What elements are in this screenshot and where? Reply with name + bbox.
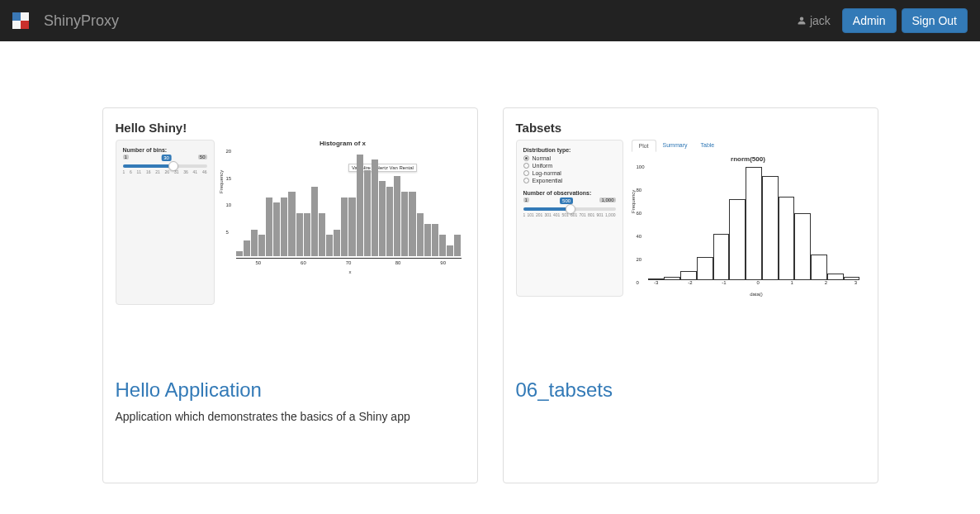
main-container: Hello Shiny! Number of bins: 1 30 50 161… <box>90 41 891 508</box>
slider-tick: 1 <box>123 169 125 174</box>
slider-tick: 201 <box>536 212 542 217</box>
slider-tick: 1,000 <box>605 212 616 217</box>
histogram-bar <box>697 257 713 280</box>
histogram-bar <box>394 176 400 257</box>
y-tick: 20 <box>637 257 642 262</box>
histogram-plot: PlotSummaryTable rnorm(500) Frequency 02… <box>632 140 865 297</box>
card-body: Hello Application Application which demo… <box>116 369 465 423</box>
histogram-bar <box>454 235 461 256</box>
slider-min: 1 <box>523 198 529 202</box>
brand-logo-icon <box>12 12 29 29</box>
user-icon <box>797 16 807 26</box>
slider-value-badge: 500 <box>560 198 573 204</box>
histogram-bar <box>746 167 762 280</box>
histogram-bar <box>281 198 287 257</box>
tab-table[interactable]: Table <box>694 140 722 152</box>
histogram-bar <box>372 159 378 256</box>
card-description: Application which demonstrates the basic… <box>116 410 465 423</box>
histogram-bar <box>288 192 295 256</box>
radio-exponential[interactable]: Exponential <box>523 178 616 183</box>
app-card-tabsets[interactable]: Tabsets Distribution type: NormalUniform… <box>503 107 878 483</box>
signout-button[interactable]: Sign Out <box>902 8 968 33</box>
y-tick: 10 <box>226 202 232 207</box>
histogram-bar <box>794 213 811 280</box>
card-title-link[interactable]: 06_tabsets <box>516 378 865 402</box>
radio-uniform[interactable]: Uniform <box>523 163 616 169</box>
histogram-bar <box>447 245 453 256</box>
card-body: 06_tabsets <box>516 369 865 410</box>
slider-tick: 301 <box>544 212 551 217</box>
histogram-bar <box>348 198 355 257</box>
x-tick: 50 <box>255 260 261 265</box>
slider-tick: 41 <box>193 169 198 174</box>
histogram-bar <box>713 234 730 280</box>
histogram-bar <box>762 176 779 280</box>
radio-label: Exponential <box>533 178 563 183</box>
slider-max: 50 <box>198 155 207 159</box>
histogram-bar <box>432 224 438 256</box>
x-tick: -3 <box>654 280 658 285</box>
slider-tick: 501 <box>561 212 568 217</box>
x-tick: 0 <box>756 280 759 285</box>
radio-dot-icon <box>523 163 529 169</box>
tab-plot[interactable]: Plot <box>632 140 656 152</box>
radio-dot-icon <box>523 170 529 176</box>
histogram-bar <box>401 192 408 256</box>
slider-tick: 6 <box>130 169 132 174</box>
histogram-bar <box>417 213 424 256</box>
obs-slider[interactable]: 1 500 1,000 1101201301401501601701801901… <box>523 199 616 217</box>
y-tick: 0 <box>637 280 639 285</box>
user-display: jack <box>797 14 831 27</box>
y-tick: 5 <box>226 230 229 235</box>
user-name: jack <box>810 14 831 27</box>
radio-label: Normal <box>533 155 552 161</box>
svg-rect-3 <box>21 21 29 29</box>
x-tick: 80 <box>395 260 401 265</box>
histogram-bar <box>439 235 446 256</box>
histogram-bar <box>244 240 250 257</box>
histogram-bar <box>827 274 844 280</box>
histogram-bar <box>364 170 371 256</box>
histogram-bar <box>779 197 795 280</box>
tabset: PlotSummaryTable <box>632 140 865 152</box>
histogram-bar <box>424 224 431 256</box>
slider-tick: 101 <box>527 212 533 217</box>
y-tick: 20 <box>226 149 232 154</box>
radio-dot-icon <box>523 155 529 161</box>
histogram-bar <box>357 155 363 257</box>
y-tick: 80 <box>637 188 642 193</box>
histogram-bar <box>379 181 386 256</box>
radio-log-normal[interactable]: Log-normal <box>523 170 616 176</box>
card-title-link[interactable]: Hello Application <box>116 378 465 402</box>
radio-normal[interactable]: Normal <box>523 155 616 161</box>
histogram-bar <box>273 202 280 256</box>
app-card-row: Hello Shiny! Number of bins: 1 30 50 161… <box>102 107 878 483</box>
preview-tabsets: Tabsets Distribution type: NormalUniform… <box>516 121 865 369</box>
x-tick: -1 <box>722 280 726 285</box>
dist-label: Distribution type: <box>523 147 616 153</box>
histogram-bar <box>386 187 393 257</box>
admin-button[interactable]: Admin <box>842 8 897 33</box>
histogram-bar <box>319 213 325 256</box>
x-tick: 60 <box>301 260 306 265</box>
tab-summary[interactable]: Summary <box>656 140 694 152</box>
radio-dot-icon <box>523 178 529 183</box>
histogram-bar <box>266 198 272 257</box>
brand-link[interactable]: ShinyProxy <box>44 12 119 30</box>
x-tick: -2 <box>688 280 692 285</box>
y-tick: 40 <box>637 234 642 239</box>
slider-tick: 36 <box>183 169 188 174</box>
slider-tick: 601 <box>570 212 577 217</box>
x-tick: 70 <box>346 260 352 265</box>
histogram-bar <box>334 230 340 257</box>
plot-title: Histogram of x <box>221 140 465 147</box>
app-card-hello[interactable]: Hello Shiny! Number of bins: 1 30 50 161… <box>102 107 478 483</box>
svg-rect-1 <box>21 12 29 21</box>
bins-slider[interactable]: 1 30 50 161116212631364146 <box>123 156 207 174</box>
slider-tick: 11 <box>137 169 142 174</box>
navbar-left: ShinyProxy <box>12 12 119 30</box>
histogram-bar <box>341 198 348 257</box>
histogram-plot: Histogram of x Frequency Van Hire – Hert… <box>221 140 465 305</box>
x-tick: 90 <box>440 260 446 265</box>
slider-tick: 46 <box>202 169 207 174</box>
